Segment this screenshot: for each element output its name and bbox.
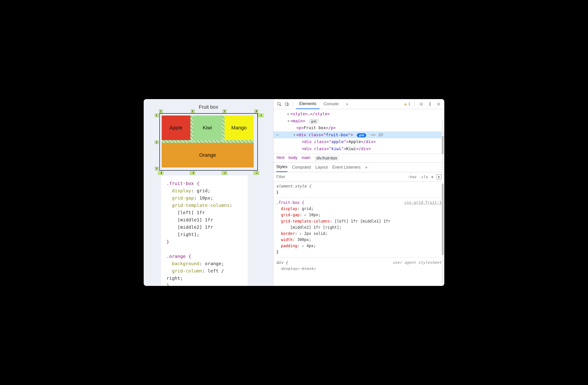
new-style-rule-button[interactable]: + <box>431 174 434 180</box>
grid-tick-bottom-3: -2 <box>222 171 227 175</box>
tab-elements[interactable]: Elements <box>296 99 319 109</box>
styles-filter-input[interactable] <box>273 174 408 179</box>
styles-subtabs: Styles Computed Layout Event Listeners » <box>273 163 444 172</box>
grid-tick-bottom-2: -3 <box>190 171 195 175</box>
element-style-selector[interactable]: element.style { <box>276 184 311 188</box>
toggle-sidebar-icon[interactable]: ◧ <box>437 174 441 179</box>
grid-tick-bottom-1: -4 <box>158 171 163 175</box>
crumb-body[interactable]: body <box>289 155 297 161</box>
warning-icon: ▲ <box>403 102 407 107</box>
rule-selector-div[interactable]: div { <box>276 259 288 266</box>
fruit-box-grid[interactable]: 1 2 3 4 1 2 3 -1 -4 -3 -2 -1 Apple Kiwi … <box>159 113 258 171</box>
cell-orange: Orange <box>162 143 254 168</box>
devtools-pane: Elements Console » ▲ 1 <box>273 99 444 286</box>
grid-tick-row-neg1: -1 <box>258 114 263 117</box>
code-snippet: .fruit-box { display: grid; grid-gap: 10… <box>161 176 248 286</box>
kebab-menu-icon[interactable] <box>426 101 433 107</box>
tab-more[interactable]: » <box>343 99 351 109</box>
rule-selector-fruitbox[interactable]: .fruit-box { <box>276 200 304 206</box>
subtab-event-listeners[interactable]: Event Listeners <box>332 165 360 170</box>
grid-tick-col-4: 4 <box>255 109 258 113</box>
page-title: Fruit box <box>153 104 264 110</box>
cls-toggle[interactable]: .cls <box>419 175 428 179</box>
subtab-layout[interactable]: Layout <box>315 165 328 170</box>
crumb-selected[interactable]: div.fruit-box <box>315 155 339 161</box>
inspect-element-icon[interactable] <box>276 101 283 107</box>
grid-badge-main[interactable]: grid <box>309 119 318 124</box>
cell-apple: Apple <box>162 115 190 140</box>
svg-point-3 <box>421 104 422 105</box>
grid-tick-col-1: 1 <box>159 109 163 113</box>
grid-tick-bottom-4: -1 <box>254 171 259 175</box>
svg-point-5 <box>429 104 430 104</box>
device-toolbar-icon[interactable] <box>284 101 290 107</box>
grid-badge-fruitbox[interactable]: grid <box>357 133 366 137</box>
grid-tick-col-2: 2 <box>191 109 195 113</box>
rule-source-link[interactable]: css-grid-fruit:1 <box>404 200 441 206</box>
breadcrumb: html body main div.fruit-box <box>273 154 444 163</box>
cell-mango: Mango <box>225 115 254 140</box>
grid-tick-row-1: 1 <box>155 114 159 117</box>
dom-selected-row[interactable]: ▾<div class="fruit-box"> grid == $0 <box>273 131 444 139</box>
grid-tick-row-3: 3 <box>155 167 159 171</box>
grid-tick-row-2: 2 <box>155 141 159 144</box>
svg-point-4 <box>429 102 430 103</box>
dom-scrollbar[interactable] <box>441 120 444 170</box>
subtab-styles[interactable]: Styles <box>276 162 287 172</box>
styles-rules[interactable]: element.style { } .fruit-box { css-grid-… <box>273 182 444 286</box>
app-window: Fruit box 1 2 3 4 1 2 3 -1 -4 -3 -2 -1 A… <box>144 99 444 286</box>
crumb-html[interactable]: html <box>277 155 284 161</box>
dom-tree[interactable]: ▸<style>…</style> ▾<main> grid <p>Fruit … <box>273 109 444 154</box>
warning-badge[interactable]: ▲ 1 <box>403 102 410 107</box>
subtab-computed[interactable]: Computed <box>292 165 311 170</box>
close-icon[interactable] <box>435 101 442 107</box>
hov-toggle[interactable]: :hov <box>408 175 417 179</box>
settings-icon[interactable] <box>418 101 425 107</box>
cell-kiwi: Kiwi <box>193 115 222 140</box>
grid-tick-col-3: 3 <box>223 109 227 113</box>
page-preview-pane: Fruit box 1 2 3 4 1 2 3 -1 -4 -3 -2 -1 A… <box>144 99 273 286</box>
svg-point-6 <box>429 105 430 106</box>
styles-filter-row: :hov .cls + ◧ <box>273 172 444 182</box>
rules-scrollbar[interactable] <box>441 183 444 285</box>
crumb-main[interactable]: main <box>301 155 310 161</box>
subtab-more[interactable]: » <box>365 165 367 170</box>
devtools-toolbar: Elements Console » ▲ 1 <box>273 99 444 109</box>
fruit-grid-inner: Apple Kiwi Mango Orange <box>162 115 255 168</box>
user-agent-stylesheet-label: user agent stylesheet <box>393 259 441 266</box>
tab-console[interactable]: Console <box>320 99 342 109</box>
